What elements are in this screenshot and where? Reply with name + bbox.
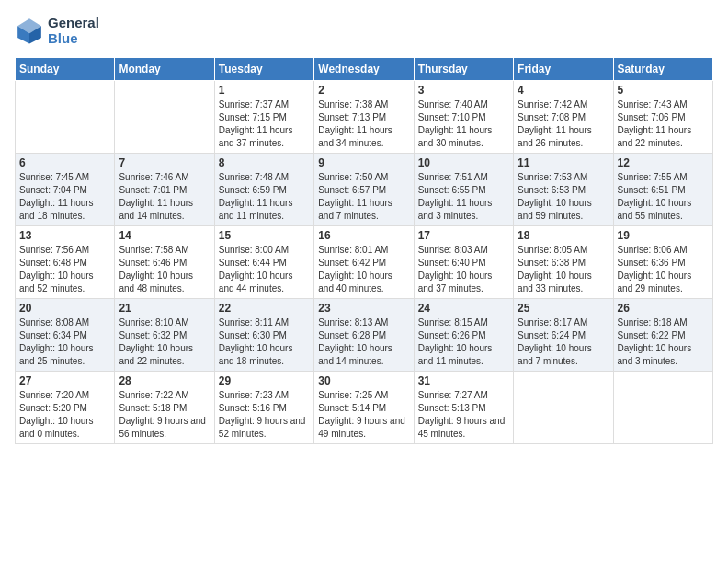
day-info-line: Sunrise: 8:05 AM (518, 244, 609, 257)
day-content: Sunrise: 7:43 AMSunset: 7:06 PMDaylight:… (618, 98, 709, 150)
day-number: 29 (219, 374, 310, 387)
weekday-row: SundayMondayTuesdayWednesdayThursdayFrid… (16, 58, 713, 81)
day-number: 24 (418, 302, 509, 315)
day-info-line: Sunset: 7:01 PM (119, 184, 210, 197)
day-info-line: Sunset: 6:38 PM (518, 257, 609, 270)
calendar-cell: 17Sunrise: 8:03 AMSunset: 6:40 PMDayligh… (414, 226, 513, 299)
day-content: Sunrise: 7:50 AMSunset: 6:57 PMDaylight:… (318, 171, 409, 223)
calendar-cell: 3Sunrise: 7:40 AMSunset: 7:10 PMDaylight… (414, 81, 513, 154)
day-info-line: Sunrise: 7:46 AM (119, 171, 210, 184)
day-number: 13 (19, 229, 110, 242)
day-info-line: Sunrise: 8:17 AM (518, 316, 609, 329)
page-header: General Blue (15, 15, 713, 46)
day-info-line: Sunset: 5:18 PM (119, 402, 210, 415)
day-content: Sunrise: 8:00 AMSunset: 6:44 PMDaylight:… (219, 244, 310, 295)
day-info-line: Sunset: 6:30 PM (219, 329, 310, 342)
day-number: 26 (618, 302, 709, 315)
day-info-line: Sunrise: 7:50 AM (318, 171, 409, 184)
day-info-line: Daylight: 11 hours and 37 minutes. (219, 124, 310, 150)
calendar-cell: 13Sunrise: 7:56 AMSunset: 6:48 PMDayligh… (16, 226, 115, 299)
day-info-line: Daylight: 11 hours and 14 minutes. (119, 197, 210, 223)
day-number: 2 (318, 84, 409, 97)
calendar-cell: 24Sunrise: 8:15 AMSunset: 6:26 PMDayligh… (414, 299, 513, 372)
calendar-cell: 27Sunrise: 7:20 AMSunset: 5:20 PMDayligh… (16, 372, 115, 444)
day-info-line: Sunrise: 7:56 AM (19, 244, 110, 257)
day-number: 6 (19, 156, 110, 169)
day-info-line: Sunset: 5:20 PM (19, 402, 110, 415)
day-content: Sunrise: 8:13 AMSunset: 6:28 PMDaylight:… (318, 316, 409, 368)
calendar-cell: 15Sunrise: 8:00 AMSunset: 6:44 PMDayligh… (214, 226, 313, 299)
calendar-cell: 28Sunrise: 7:22 AMSunset: 5:18 PMDayligh… (115, 372, 214, 444)
day-info-line: Sunset: 6:26 PM (418, 329, 509, 342)
day-info-line: Sunset: 6:53 PM (518, 184, 609, 197)
day-info-line: Daylight: 10 hours and 40 minutes. (318, 270, 409, 295)
day-content: Sunrise: 8:17 AMSunset: 6:24 PMDaylight:… (518, 316, 609, 368)
day-info-line: Sunrise: 7:43 AM (618, 98, 709, 111)
day-info-line: Sunrise: 7:58 AM (119, 244, 210, 257)
day-info-line: Sunrise: 7:55 AM (618, 171, 709, 184)
day-info-line: Daylight: 11 hours and 30 minutes. (418, 124, 509, 150)
day-content: Sunrise: 7:55 AMSunset: 6:51 PMDaylight:… (618, 171, 709, 223)
calendar-cell: 30Sunrise: 7:25 AMSunset: 5:14 PMDayligh… (314, 372, 414, 444)
day-info-line: Sunset: 6:55 PM (418, 184, 509, 197)
day-info-line: Sunrise: 7:40 AM (418, 98, 509, 111)
calendar-cell: 19Sunrise: 8:06 AMSunset: 6:36 PMDayligh… (613, 226, 712, 299)
day-info-line: Daylight: 10 hours and 0 minutes. (19, 415, 110, 441)
day-info-line: Sunrise: 7:51 AM (418, 171, 509, 184)
calendar-cell: 29Sunrise: 7:23 AMSunset: 5:16 PMDayligh… (214, 372, 313, 444)
day-info-line: Daylight: 10 hours and 52 minutes. (19, 270, 110, 295)
day-info-line: Daylight: 10 hours and 14 minutes. (318, 342, 409, 368)
day-info-line: Sunset: 6:46 PM (119, 257, 210, 270)
day-number: 5 (618, 84, 709, 97)
day-number: 1 (219, 84, 310, 97)
day-info-line: Daylight: 10 hours and 18 minutes. (219, 342, 310, 368)
calendar-body: 1Sunrise: 7:37 AMSunset: 7:15 PMDaylight… (16, 81, 713, 444)
day-content: Sunrise: 7:22 AMSunset: 5:18 PMDaylight:… (119, 389, 210, 441)
day-number: 18 (518, 229, 609, 242)
day-info-line: Daylight: 11 hours and 18 minutes. (19, 197, 110, 223)
day-number: 17 (418, 229, 509, 242)
calendar-cell (514, 372, 613, 444)
day-content: Sunrise: 7:53 AMSunset: 6:53 PMDaylight:… (518, 171, 609, 223)
day-info-line: Sunrise: 8:15 AM (418, 316, 509, 329)
weekday-header-friday: Friday (514, 58, 613, 81)
day-info-line: Sunset: 6:48 PM (19, 257, 110, 270)
day-content: Sunrise: 8:18 AMSunset: 6:22 PMDaylight:… (618, 316, 709, 368)
day-info-line: Daylight: 9 hours and 45 minutes. (418, 415, 509, 441)
day-info-line: Sunset: 7:08 PM (518, 111, 609, 124)
calendar-week-5: 27Sunrise: 7:20 AMSunset: 5:20 PMDayligh… (16, 372, 713, 444)
day-info-line: Sunset: 5:13 PM (418, 402, 509, 415)
day-info-line: Sunset: 5:14 PM (318, 402, 409, 415)
day-info-line: Sunrise: 7:45 AM (19, 171, 110, 184)
calendar-cell: 1Sunrise: 7:37 AMSunset: 7:15 PMDaylight… (214, 81, 313, 154)
calendar-cell: 12Sunrise: 7:55 AMSunset: 6:51 PMDayligh… (613, 154, 712, 226)
day-content: Sunrise: 7:58 AMSunset: 6:46 PMDaylight:… (119, 244, 210, 295)
calendar-cell: 22Sunrise: 8:11 AMSunset: 6:30 PMDayligh… (214, 299, 313, 372)
day-info-line: Daylight: 10 hours and 3 minutes. (618, 342, 709, 368)
calendar-table: SundayMondayTuesdayWednesdayThursdayFrid… (15, 57, 713, 444)
day-info-line: Sunset: 6:42 PM (318, 257, 409, 270)
day-info-line: Sunrise: 8:13 AM (318, 316, 409, 329)
day-number: 7 (119, 156, 210, 169)
day-info-line: Sunrise: 7:25 AM (318, 389, 409, 402)
calendar-cell: 23Sunrise: 8:13 AMSunset: 6:28 PMDayligh… (314, 299, 414, 372)
day-info-line: Daylight: 10 hours and 29 minutes. (618, 270, 709, 295)
day-info-line: Daylight: 11 hours and 7 minutes. (318, 197, 409, 223)
day-content: Sunrise: 8:11 AMSunset: 6:30 PMDaylight:… (219, 316, 310, 368)
day-info-line: Daylight: 10 hours and 11 minutes. (418, 342, 509, 368)
calendar-cell: 5Sunrise: 7:43 AMSunset: 7:06 PMDaylight… (613, 81, 712, 154)
day-info-line: Sunrise: 7:23 AM (219, 389, 310, 402)
day-info-line: Daylight: 10 hours and 55 minutes. (618, 197, 709, 223)
day-number: 11 (518, 156, 609, 169)
day-number: 16 (318, 229, 409, 242)
weekday-header-monday: Monday (115, 58, 214, 81)
day-info-line: Sunset: 5:16 PM (219, 402, 310, 415)
day-content: Sunrise: 8:01 AMSunset: 6:42 PMDaylight:… (318, 244, 409, 295)
day-info-line: Sunrise: 7:42 AM (518, 98, 609, 111)
day-number: 23 (318, 302, 409, 315)
day-content: Sunrise: 7:37 AMSunset: 7:15 PMDaylight:… (219, 98, 310, 150)
day-info-line: Sunset: 6:22 PM (618, 329, 709, 342)
day-content: Sunrise: 7:42 AMSunset: 7:08 PMDaylight:… (518, 98, 609, 150)
day-content: Sunrise: 7:20 AMSunset: 5:20 PMDaylight:… (19, 389, 110, 441)
day-info-line: Sunset: 6:34 PM (19, 329, 110, 342)
